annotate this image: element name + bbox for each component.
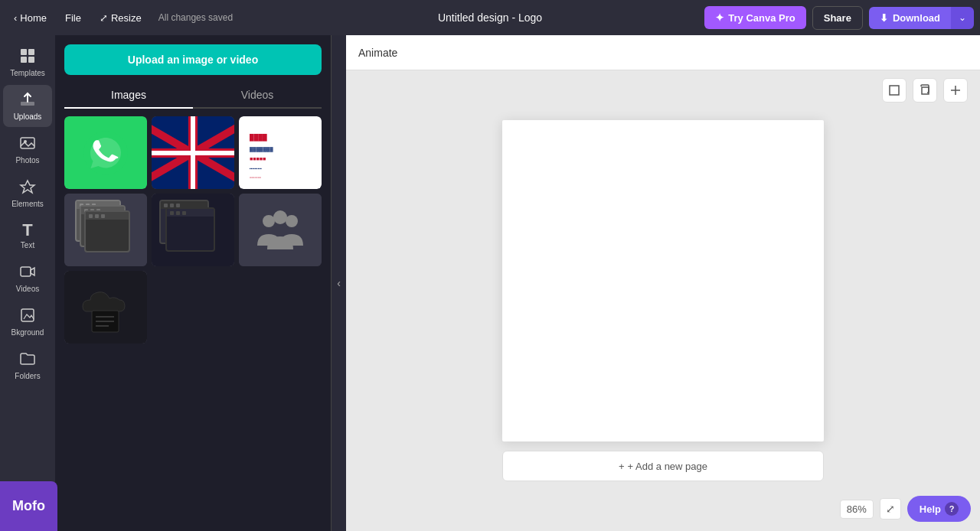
download-group: ⬇ Download ⌄ bbox=[869, 7, 974, 29]
photos-icon bbox=[19, 135, 36, 154]
templates-icon bbox=[19, 47, 36, 67]
image-cell-group[interactable] bbox=[239, 194, 322, 266]
chevron-left-icon: ‹ bbox=[14, 12, 17, 24]
sidebar-background-label: Bkground bbox=[11, 328, 44, 337]
resize-label: Resize bbox=[111, 12, 142, 24]
svg-text:■■■■■: ■■■■■ bbox=[250, 156, 266, 161]
download-icon: ⬇ bbox=[880, 12, 888, 24]
help-label: Help bbox=[920, 503, 941, 515]
folders-icon bbox=[19, 350, 36, 370]
tab-videos[interactable]: Videos bbox=[193, 83, 322, 109]
upload-button-label: Upload an image or video bbox=[128, 54, 258, 66]
watermark-text: Mofo bbox=[12, 498, 45, 514]
download-chevron-button[interactable]: ⌄ bbox=[951, 7, 974, 29]
file-button[interactable]: File bbox=[57, 8, 89, 28]
svg-point-16 bbox=[263, 215, 275, 227]
background-icon bbox=[19, 307, 36, 326]
hide-panel-button[interactable]: ‹ bbox=[331, 35, 346, 531]
svg-rect-8 bbox=[21, 267, 31, 276]
zoom-level[interactable]: 86% bbox=[840, 500, 874, 519]
sidebar-item-uploads[interactable]: Uploads bbox=[3, 85, 52, 127]
nav-right-actions: ✦ Try Canva Pro Share ⬇ Download ⌄ bbox=[704, 6, 974, 30]
file-label: File bbox=[65, 12, 81, 24]
design-canvas[interactable] bbox=[502, 120, 824, 441]
image-cell-uk-flag[interactable] bbox=[152, 116, 234, 189]
download-label: Download bbox=[893, 12, 940, 24]
try-pro-label: Try Canva Pro bbox=[728, 12, 795, 24]
image-grid: ████ ▓▓▓▓▓▓▓ ■■■■■ ▪▪▪▪▪▪▪▪▪ ▫▫▫▫▫▫▫ bbox=[64, 116, 322, 344]
svg-rect-2 bbox=[21, 57, 27, 63]
upload-button[interactable]: Upload an image or video bbox=[64, 44, 322, 75]
svg-text:████: ████ bbox=[250, 133, 267, 142]
fullscreen-icon: ⤢ bbox=[886, 503, 895, 515]
frame-tool-button[interactable] bbox=[882, 78, 906, 103]
svg-text:▫▫▫▫▫▫▫: ▫▫▫▫▫▫▫ bbox=[250, 175, 261, 180]
try-canva-pro-button[interactable]: ✦ Try Canva Pro bbox=[704, 6, 805, 29]
uploads-panel: Upload an image or video Images Videos bbox=[55, 35, 331, 531]
image-cell-whatsapp[interactable] bbox=[64, 116, 147, 189]
uploads-icon bbox=[19, 91, 36, 110]
media-tabs: Images Videos bbox=[64, 83, 322, 109]
sidebar-uploads-label: Uploads bbox=[14, 112, 42, 121]
design-title: Untitled design - Logo bbox=[438, 11, 542, 24]
add-page-icon: + bbox=[619, 461, 625, 472]
svg-rect-3 bbox=[28, 57, 34, 63]
home-button[interactable]: ‹ Home bbox=[6, 8, 54, 28]
svg-marker-7 bbox=[21, 181, 34, 193]
sidebar-text-label: Text bbox=[21, 241, 34, 249]
canvas-toolbar bbox=[882, 78, 968, 103]
add-page-button[interactable]: + + Add a new page bbox=[502, 451, 824, 481]
share-label: Share bbox=[824, 12, 851, 24]
sidebar-folders-label: Folders bbox=[15, 372, 40, 380]
bottom-right-controls: 86% ⤢ Help ? bbox=[840, 496, 971, 522]
sidebar-item-photos[interactable]: Photos bbox=[3, 129, 52, 171]
sidebar-templates-label: Templates bbox=[10, 69, 45, 77]
canvas-area: Animate + + Add a new page 86% ⤢ bbox=[346, 35, 980, 531]
sidebar-item-elements[interactable]: Elements bbox=[3, 172, 52, 214]
svg-rect-5 bbox=[21, 138, 34, 148]
top-nav: ‹ Home File ⤢ Resize All changes saved U… bbox=[0, 0, 980, 35]
canvas-content: + + Add a new page bbox=[346, 70, 980, 531]
resize-icon: ⤢ bbox=[100, 12, 108, 24]
main-layout: Templates Uploads Photos Elements T Text bbox=[0, 35, 980, 531]
sidebar-item-templates[interactable]: Templates bbox=[3, 41, 52, 83]
sidebar-item-text[interactable]: T Text bbox=[3, 216, 52, 256]
svg-rect-1 bbox=[28, 49, 34, 55]
animate-label[interactable]: Animate bbox=[358, 47, 397, 59]
svg-point-18 bbox=[273, 210, 287, 224]
hide-panel-icon: ‹ bbox=[337, 277, 341, 289]
add-tool-button[interactable] bbox=[943, 78, 968, 103]
videos-icon bbox=[19, 263, 36, 282]
canva-pro-icon: ✦ bbox=[715, 11, 724, 24]
sidebar-photos-label: Photos bbox=[15, 156, 39, 165]
home-label: Home bbox=[20, 12, 47, 24]
sidebar-item-videos[interactable]: Videos bbox=[3, 257, 52, 299]
svg-text:▓▓▓▓▓▓▓: ▓▓▓▓▓▓▓ bbox=[250, 147, 273, 152]
animate-bar: Animate bbox=[346, 35, 980, 70]
share-button[interactable]: Share bbox=[812, 6, 863, 30]
help-icon: ? bbox=[945, 502, 959, 516]
image-cell-windows2[interactable] bbox=[152, 194, 234, 266]
left-sidebar: Templates Uploads Photos Elements T Text bbox=[0, 35, 55, 531]
fullscreen-button[interactable]: ⤢ bbox=[880, 498, 901, 520]
elements-icon bbox=[19, 178, 36, 197]
image-cell-windows1[interactable] bbox=[64, 194, 147, 266]
sidebar-item-folders[interactable]: Folders bbox=[3, 344, 52, 386]
image-cell-pattern[interactable]: ████ ▓▓▓▓▓▓▓ ■■■■■ ▪▪▪▪▪▪▪▪▪ ▫▫▫▫▫▫▫ bbox=[239, 116, 322, 189]
svg-rect-23 bbox=[890, 86, 899, 95]
svg-text:▪▪▪▪▪▪▪▪▪: ▪▪▪▪▪▪▪▪▪ bbox=[250, 166, 262, 171]
resize-button[interactable]: ⤢ Resize bbox=[92, 8, 149, 28]
sidebar-elements-label: Elements bbox=[11, 200, 44, 208]
add-page-label: + Add a new page bbox=[628, 461, 707, 472]
copy-tool-button[interactable] bbox=[913, 78, 937, 103]
tab-images[interactable]: Images bbox=[64, 83, 193, 109]
help-button[interactable]: Help ? bbox=[907, 496, 971, 522]
text-icon: T bbox=[22, 222, 32, 239]
sidebar-videos-label: Videos bbox=[16, 285, 39, 293]
download-button[interactable]: ⬇ Download bbox=[869, 7, 951, 29]
svg-rect-0 bbox=[21, 49, 27, 55]
sidebar-item-background[interactable]: Bkground bbox=[3, 301, 52, 343]
watermark: Mofo bbox=[0, 481, 57, 531]
image-cell-cloud[interactable] bbox=[64, 271, 147, 344]
saved-status: All changes saved bbox=[158, 12, 233, 23]
